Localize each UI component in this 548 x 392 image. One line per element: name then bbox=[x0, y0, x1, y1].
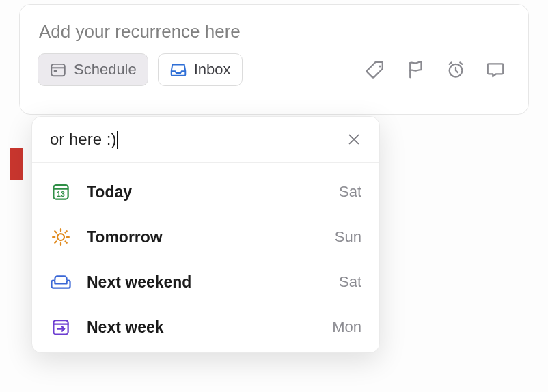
svg-point-3 bbox=[379, 66, 381, 68]
text-caret bbox=[117, 131, 118, 149]
schedule-option-label: Today bbox=[87, 183, 339, 201]
schedule-option-day: Sun bbox=[335, 228, 361, 246]
schedule-option-next-week[interactable]: Next week Mon bbox=[32, 305, 379, 350]
svg-line-18 bbox=[66, 231, 67, 232]
svg-rect-2 bbox=[54, 70, 57, 72]
reminder-button[interactable] bbox=[441, 55, 471, 85]
task-editor-card: Add your recurrence here Schedule Inbox bbox=[19, 4, 529, 115]
task-title-input[interactable]: Add your recurrence here bbox=[38, 18, 510, 53]
schedule-option-today[interactable]: 13 Today Sat bbox=[32, 169, 379, 214]
inbox-button[interactable]: Inbox bbox=[158, 53, 243, 86]
svg-rect-19 bbox=[53, 320, 68, 335]
tag-icon bbox=[366, 59, 387, 80]
flag-icon bbox=[406, 59, 426, 80]
inbox-button-label: Inbox bbox=[194, 61, 231, 79]
svg-line-15 bbox=[55, 231, 56, 232]
schedule-button-label: Schedule bbox=[74, 61, 137, 79]
schedule-option-day: Sat bbox=[339, 183, 361, 201]
svg-point-10 bbox=[57, 234, 64, 240]
schedule-option-tomorrow[interactable]: Tomorrow Sun bbox=[32, 214, 379, 260]
schedule-search-input[interactable]: or here :) bbox=[50, 130, 344, 150]
schedule-option-day: Sat bbox=[339, 273, 361, 291]
close-icon bbox=[346, 132, 361, 147]
calendar-next-icon bbox=[47, 317, 74, 337]
schedule-option-next-weekend[interactable]: Next weekend Sat bbox=[32, 260, 379, 305]
schedule-search-row: or here :) bbox=[32, 117, 379, 163]
schedule-option-list: 13 Today Sat Tomorrow bbox=[32, 163, 379, 352]
tag-button[interactable] bbox=[361, 55, 392, 85]
comment-icon bbox=[485, 59, 506, 80]
comment-button[interactable] bbox=[480, 55, 510, 85]
schedule-option-label: Tomorrow bbox=[87, 228, 335, 247]
schedule-search-value: or here :) bbox=[50, 130, 116, 148]
priority-indicator bbox=[10, 148, 23, 180]
svg-rect-0 bbox=[51, 64, 65, 76]
schedule-button[interactable]: Schedule bbox=[38, 53, 148, 86]
schedule-dropdown: or here :) 13 Today Sat bbox=[31, 116, 380, 353]
sofa-icon bbox=[47, 272, 74, 292]
schedule-option-day: Mon bbox=[332, 318, 361, 336]
calendar-icon bbox=[49, 61, 67, 79]
inbox-icon bbox=[169, 61, 187, 79]
svg-line-16 bbox=[66, 242, 67, 243]
sun-icon bbox=[47, 227, 74, 247]
clear-search-button[interactable] bbox=[344, 129, 364, 150]
schedule-option-label: Next week bbox=[87, 318, 332, 337]
flag-button[interactable] bbox=[401, 55, 431, 85]
svg-text:13: 13 bbox=[57, 190, 65, 198]
schedule-option-label: Next weekend bbox=[87, 273, 339, 292]
calendar-13-icon: 13 bbox=[47, 182, 74, 202]
svg-line-17 bbox=[55, 242, 56, 243]
task-toolbar: Schedule Inbox bbox=[38, 53, 510, 86]
alarm-icon bbox=[446, 59, 466, 80]
